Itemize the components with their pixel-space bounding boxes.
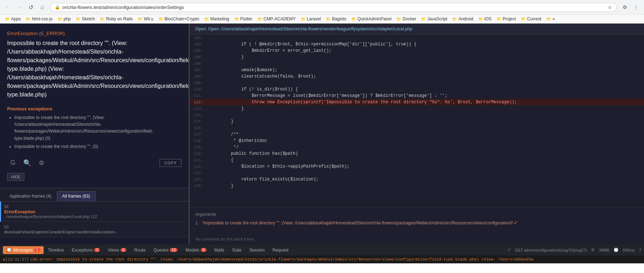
- bookmark-item[interactable]: 📁BlocChain+Crypto: [156, 16, 201, 22]
- main-content: ErrorException (E_ERROR) Impossible to c…: [0, 24, 644, 244]
- toolbar-tab-queries[interactable]: Queries12: [150, 246, 181, 254]
- frames-tab-1[interactable]: All frames (63): [57, 191, 96, 201]
- log-bar: ⊗ [13:31:27] LOG.error: Impossible to cr…: [0, 255, 644, 263]
- bookmark-item[interactable]: 📁Flutter: [232, 16, 255, 22]
- line-content: [208, 125, 644, 131]
- google-search-button[interactable]: G: [7, 157, 19, 169]
- toolbar-tab-exceptions[interactable]: Exceptions3: [68, 246, 104, 254]
- bookmark-item[interactable]: 📁html-css-js: [24, 16, 54, 22]
- bookmark-item[interactable]: 📁Bagisto: [324, 16, 348, 22]
- bookmark-item[interactable]: 📁Current: [519, 16, 543, 22]
- line-content: [208, 170, 644, 176]
- folder-icon: 📁: [478, 17, 483, 21]
- code-line: 112. throw new Exception(sprintf('Imposs…: [190, 99, 644, 105]
- copy-button[interactable]: COPY: [160, 159, 181, 167]
- bookmark-item[interactable]: 📁Ruby on Rails: [98, 16, 135, 22]
- toolbar-badge: 12: [170, 248, 177, 252]
- error-message: Impossible to create the root directory …: [7, 39, 181, 99]
- toolbar-badge: 3: [94, 248, 100, 252]
- bookmark-item[interactable]: 📁Project: [494, 16, 518, 22]
- star-icon[interactable]: ☆: [608, 5, 612, 10]
- toolbar-tab-route[interactable]: Route: [131, 246, 149, 254]
- bookmark-item[interactable]: 📁Sketch: [74, 16, 97, 22]
- code-line: 109.: [190, 80, 644, 86]
- bookmark-item[interactable]: 📁JavaScript: [419, 16, 449, 22]
- address-bar[interactable]: 🔒 orichla-flowers.test/admin/configurati…: [50, 3, 617, 12]
- code-line: 111. $errorMessage = isset($mkdirError['…: [190, 93, 644, 99]
- exception-list: Impossible to create the root directory …: [7, 114, 181, 150]
- code-line: 108. clearstatcache(false, $root);: [190, 73, 644, 80]
- folder-icon: 📁: [452, 17, 457, 21]
- messages-icon: 💬: [6, 248, 12, 253]
- code-line: 106.: [190, 60, 644, 67]
- folder-icon: 📁: [258, 17, 263, 21]
- bookmarks-bar: 📁Apps📁html-css-js📁php📁Sketch📁Ruby on Rai…: [0, 14, 644, 23]
- toolbar-tab-views[interactable]: Views6: [104, 246, 130, 254]
- reload-button[interactable]: ↺: [26, 2, 36, 12]
- toolbar-tab-timeline[interactable]: Timeline: [44, 246, 68, 254]
- bookmark-item[interactable]: 📁Laravel: [299, 16, 323, 22]
- line-content: }: [208, 54, 644, 60]
- line-content: {: [208, 157, 644, 163]
- extensions-button[interactable]: ⚙: [620, 2, 630, 12]
- arguments-section: Arguments 1."Impossible to create the ro…: [190, 207, 644, 230]
- line-number: 123.: [190, 170, 208, 176]
- toolbar-tab-request[interactable]: Request: [269, 246, 292, 254]
- folder-icon: 📁: [497, 17, 502, 21]
- bookmark-item[interactable]: 📁Marketing: [202, 16, 231, 22]
- browser-chrome: ← → ↺ ⌂ 🔒 orichla-flowers.test/admin/con…: [0, 0, 644, 24]
- bookmark-item[interactable]: 📁»: [544, 16, 557, 22]
- code-line: 107. umask($umask);: [190, 67, 644, 73]
- log-message: LOG.error: Impossible to create the root…: [30, 257, 533, 262]
- bookmark-item[interactable]: 📁Apps: [3, 16, 23, 22]
- bookmark-item[interactable]: 📁iOS: [476, 16, 494, 22]
- frame-item-1[interactable]: 53Illuminate\View\Engines\CompilerEngine…: [0, 222, 189, 237]
- toolbar-tab-mails[interactable]: Mails: [211, 246, 228, 254]
- line-content: if (! is_dir($root)) {: [208, 86, 644, 93]
- bookmark-item[interactable]: 📁Wii u: [136, 16, 156, 22]
- bookmark-item[interactable]: 📁CMP-ACADEMY: [255, 16, 298, 22]
- line-content: [208, 35, 644, 41]
- bookmark-item[interactable]: 📁QuickAdminPanel: [349, 16, 394, 22]
- line-content: return file_exists($location);: [208, 176, 644, 183]
- toolbar-tab-gate[interactable]: Gate: [229, 246, 245, 254]
- code-line: 110. if (! is_dir($root)) {: [190, 86, 644, 93]
- line-content: }: [208, 105, 644, 112]
- menu-button[interactable]: ⋮: [631, 2, 641, 12]
- toolbar-tab-label: Timeline: [48, 248, 64, 253]
- back-button[interactable]: ←: [3, 2, 13, 12]
- exception-list-item: Impossible to create the root directory …: [14, 143, 181, 150]
- bookmark-item[interactable]: 📁php: [55, 16, 73, 22]
- toolbar-tab-label: Gate: [232, 248, 241, 253]
- frames-tab-0[interactable]: Application frames (4): [4, 191, 57, 201]
- file-path-text: Open: /Users/abbaskhajah/Homestead/Sites…: [208, 26, 412, 31]
- frame-item-0[interactable]: 62ErrorException../vendor/league/flysyst…: [0, 202, 189, 222]
- code-line: 115. }: [190, 118, 644, 125]
- line-content: public function has($path): [208, 150, 644, 157]
- line-number: 125.: [190, 183, 208, 189]
- toolbar-tab-label: Queries: [153, 248, 169, 253]
- home-button[interactable]: ⌂: [37, 2, 47, 12]
- code-line: 114.: [190, 112, 644, 118]
- bookmark-item[interactable]: 📁Android: [450, 16, 475, 22]
- line-number: 102.: [190, 35, 208, 41]
- hide-button[interactable]: HIDE: [7, 173, 24, 181]
- share-button[interactable]: ⚙: [36, 157, 47, 169]
- log-time: [13:31:27]: [5, 257, 29, 262]
- line-number: 117.: [190, 131, 208, 138]
- line-content: clearstatcache(false, $root);: [208, 73, 644, 80]
- line-number: 109.: [190, 80, 208, 86]
- forward-button[interactable]: →: [14, 2, 24, 12]
- toolbar-tab-messages[interactable]: 💬Messages1: [3, 246, 44, 254]
- arguments-title: Arguments: [195, 212, 638, 217]
- toolbar-tab-label: Session: [249, 248, 265, 253]
- line-number: 118.: [190, 138, 208, 144]
- code-line: 123.: [190, 170, 644, 176]
- code-view[interactable]: 102.103. if ( ! @mkdir($root, $this->per…: [190, 35, 644, 207]
- toolbar-tab-session[interactable]: Session: [246, 246, 268, 254]
- stack-overflow-button[interactable]: 🔍: [21, 157, 33, 169]
- bookmark-item[interactable]: 📁Docker: [394, 16, 418, 22]
- left-panel: ErrorException (E_ERROR) Impossible to c…: [0, 24, 190, 244]
- line-content: /**: [208, 131, 644, 138]
- toolbar-tab-models[interactable]: Models9: [182, 246, 210, 254]
